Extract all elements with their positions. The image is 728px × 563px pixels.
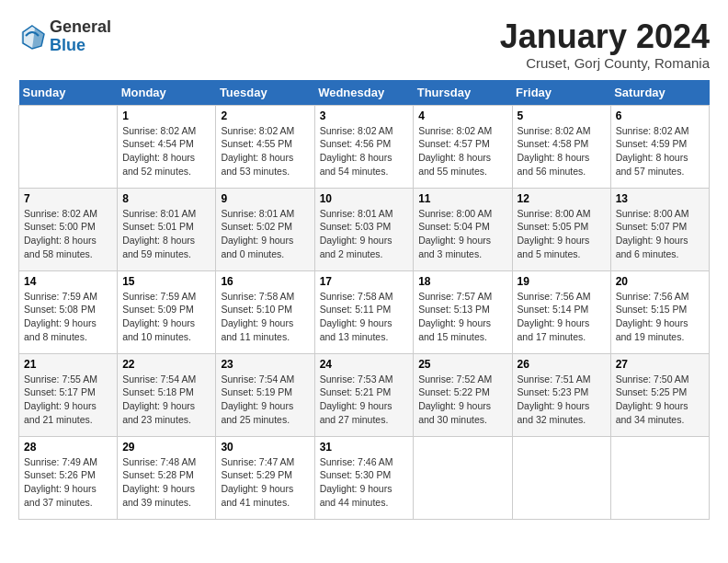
day-info: Sunrise: 8:02 AMSunset: 4:59 PMDaylight:… (616, 124, 704, 178)
day-number: 30 (221, 441, 309, 454)
calendar-title: January 2024 (500, 18, 710, 55)
calendar-cell: 13Sunrise: 8:00 AMSunset: 5:07 PMDayligh… (610, 188, 709, 270)
day-number: 9 (221, 192, 309, 205)
day-info: Sunrise: 8:02 AMSunset: 4:58 PMDaylight:… (518, 124, 606, 178)
logo: General Blue (18, 18, 111, 55)
day-number: 21 (24, 358, 112, 371)
logo-general-text: General (50, 17, 111, 36)
calendar-cell: 1Sunrise: 8:02 AMSunset: 4:54 PMDaylight… (118, 105, 216, 188)
day-info: Sunrise: 7:50 AMSunset: 5:25 PMDaylight:… (616, 373, 704, 427)
day-number: 11 (418, 192, 506, 205)
calendar-cell: 22Sunrise: 7:54 AMSunset: 5:18 PMDayligh… (118, 353, 216, 436)
day-number: 6 (616, 109, 704, 122)
day-number: 1 (122, 109, 210, 122)
calendar-cell: 30Sunrise: 7:47 AMSunset: 5:29 PMDayligh… (216, 436, 314, 519)
day-info: Sunrise: 8:02 AMSunset: 4:54 PMDaylight:… (122, 124, 210, 178)
day-info: Sunrise: 7:52 AMSunset: 5:22 PMDaylight:… (418, 373, 506, 427)
day-of-week-saturday: Saturday (610, 80, 709, 106)
day-info: Sunrise: 7:58 AMSunset: 5:10 PMDaylight:… (221, 290, 309, 344)
day-of-week-wednesday: Wednesday (314, 80, 414, 106)
day-number: 7 (24, 192, 112, 205)
day-info: Sunrise: 7:46 AMSunset: 5:30 PMDaylight:… (320, 455, 409, 510)
day-number: 12 (518, 192, 606, 205)
calendar-cell: 3Sunrise: 8:02 AMSunset: 4:56 PMDaylight… (314, 105, 414, 188)
day-number: 13 (616, 192, 704, 205)
day-number: 17 (320, 275, 409, 288)
day-info: Sunrise: 8:00 AMSunset: 5:07 PMDaylight:… (616, 207, 704, 261)
day-info: Sunrise: 8:02 AMSunset: 4:57 PMDaylight:… (418, 124, 506, 178)
calendar-cell: 6Sunrise: 8:02 AMSunset: 4:59 PMDaylight… (610, 105, 709, 188)
day-info: Sunrise: 7:51 AMSunset: 5:23 PMDaylight:… (518, 373, 606, 427)
day-of-week-tuesday: Tuesday (216, 80, 314, 106)
day-info: Sunrise: 8:02 AMSunset: 5:00 PMDaylight:… (24, 207, 112, 261)
calendar-cell: 23Sunrise: 7:54 AMSunset: 5:19 PMDayligh… (216, 353, 314, 436)
calendar-cell: 5Sunrise: 8:02 AMSunset: 4:58 PMDaylight… (512, 105, 610, 188)
day-info: Sunrise: 7:56 AMSunset: 5:14 PMDaylight:… (518, 290, 606, 344)
day-number: 3 (320, 109, 409, 122)
day-number: 19 (518, 275, 606, 288)
day-info: Sunrise: 7:55 AMSunset: 5:17 PMDaylight:… (24, 373, 112, 427)
logo-blue-text: Blue (50, 36, 85, 54)
calendar-body: 1Sunrise: 8:02 AMSunset: 4:54 PMDaylight… (19, 105, 710, 519)
day-of-week-sunday: Sunday (19, 80, 118, 106)
calendar-cell: 19Sunrise: 7:56 AMSunset: 5:14 PMDayligh… (512, 270, 610, 353)
day-info: Sunrise: 8:00 AMSunset: 5:04 PMDaylight:… (418, 207, 506, 261)
day-number: 29 (122, 441, 210, 454)
day-info: Sunrise: 7:47 AMSunset: 5:29 PMDaylight:… (221, 455, 309, 510)
day-number: 20 (616, 275, 704, 288)
calendar-cell: 10Sunrise: 8:01 AMSunset: 5:03 PMDayligh… (314, 188, 414, 270)
calendar-cell: 25Sunrise: 7:52 AMSunset: 5:22 PMDayligh… (414, 353, 512, 436)
calendar-cell: 31Sunrise: 7:46 AMSunset: 5:30 PMDayligh… (314, 436, 414, 519)
week-row-4: 21Sunrise: 7:55 AMSunset: 5:17 PMDayligh… (19, 353, 710, 436)
logo-icon (18, 23, 46, 51)
calendar-cell (19, 105, 118, 188)
day-info: Sunrise: 8:01 AMSunset: 5:02 PMDaylight:… (221, 207, 309, 261)
calendar-cell: 4Sunrise: 8:02 AMSunset: 4:57 PMDaylight… (414, 105, 512, 188)
calendar-cell: 18Sunrise: 7:57 AMSunset: 5:13 PMDayligh… (414, 270, 512, 353)
logo-text: General Blue (50, 18, 111, 55)
day-number: 28 (24, 441, 112, 454)
calendar-cell: 9Sunrise: 8:01 AMSunset: 5:02 PMDaylight… (216, 188, 314, 270)
day-number: 27 (616, 358, 704, 371)
calendar-cell: 28Sunrise: 7:49 AMSunset: 5:26 PMDayligh… (19, 436, 118, 519)
calendar-cell: 21Sunrise: 7:55 AMSunset: 5:17 PMDayligh… (19, 353, 118, 436)
day-number: 15 (122, 275, 210, 288)
week-row-5: 28Sunrise: 7:49 AMSunset: 5:26 PMDayligh… (19, 436, 710, 519)
day-info: Sunrise: 7:56 AMSunset: 5:15 PMDaylight:… (616, 290, 704, 344)
day-info: Sunrise: 7:48 AMSunset: 5:28 PMDaylight:… (122, 455, 210, 510)
day-number: 14 (24, 275, 112, 288)
day-number: 25 (418, 358, 506, 371)
day-number: 8 (122, 192, 210, 205)
day-info: Sunrise: 7:58 AMSunset: 5:11 PMDaylight:… (320, 290, 409, 344)
day-number: 23 (221, 358, 309, 371)
calendar-cell: 27Sunrise: 7:50 AMSunset: 5:25 PMDayligh… (610, 353, 709, 436)
calendar-cell: 11Sunrise: 8:00 AMSunset: 5:04 PMDayligh… (414, 188, 512, 270)
calendar-cell: 14Sunrise: 7:59 AMSunset: 5:08 PMDayligh… (19, 270, 118, 353)
calendar-cell: 24Sunrise: 7:53 AMSunset: 5:21 PMDayligh… (314, 353, 414, 436)
calendar-cell: 29Sunrise: 7:48 AMSunset: 5:28 PMDayligh… (118, 436, 216, 519)
day-number: 4 (418, 109, 506, 122)
day-of-week-thursday: Thursday (414, 80, 512, 106)
calendar-cell: 12Sunrise: 8:00 AMSunset: 5:05 PMDayligh… (512, 188, 610, 270)
day-info: Sunrise: 8:02 AMSunset: 4:56 PMDaylight:… (320, 124, 409, 178)
calendar-cell: 2Sunrise: 8:02 AMSunset: 4:55 PMDaylight… (216, 105, 314, 188)
header-row: SundayMondayTuesdayWednesdayThursdayFrid… (19, 80, 710, 106)
calendar-subtitle: Cruset, Gorj County, Romania (500, 55, 710, 71)
day-info: Sunrise: 7:57 AMSunset: 5:13 PMDaylight:… (418, 290, 506, 344)
day-number: 2 (221, 109, 309, 122)
day-of-week-friday: Friday (512, 80, 610, 106)
calendar-cell: 8Sunrise: 8:01 AMSunset: 5:01 PMDaylight… (118, 188, 216, 270)
calendar-cell: 15Sunrise: 7:59 AMSunset: 5:09 PMDayligh… (118, 270, 216, 353)
calendar-header: SundayMondayTuesdayWednesdayThursdayFrid… (19, 80, 710, 106)
calendar-cell: 26Sunrise: 7:51 AMSunset: 5:23 PMDayligh… (512, 353, 610, 436)
day-info: Sunrise: 7:59 AMSunset: 5:09 PMDaylight:… (122, 290, 210, 344)
week-row-2: 7Sunrise: 8:02 AMSunset: 5:00 PMDaylight… (19, 188, 710, 270)
day-info: Sunrise: 7:54 AMSunset: 5:19 PMDaylight:… (221, 373, 309, 427)
day-number: 24 (320, 358, 409, 371)
day-number: 5 (518, 109, 606, 122)
day-of-week-monday: Monday (118, 80, 216, 106)
header: General Blue January 2024 Cruset, Gorj C… (18, 18, 710, 71)
calendar-cell: 7Sunrise: 8:02 AMSunset: 5:00 PMDaylight… (19, 188, 118, 270)
day-info: Sunrise: 7:54 AMSunset: 5:18 PMDaylight:… (122, 373, 210, 427)
day-number: 18 (418, 275, 506, 288)
